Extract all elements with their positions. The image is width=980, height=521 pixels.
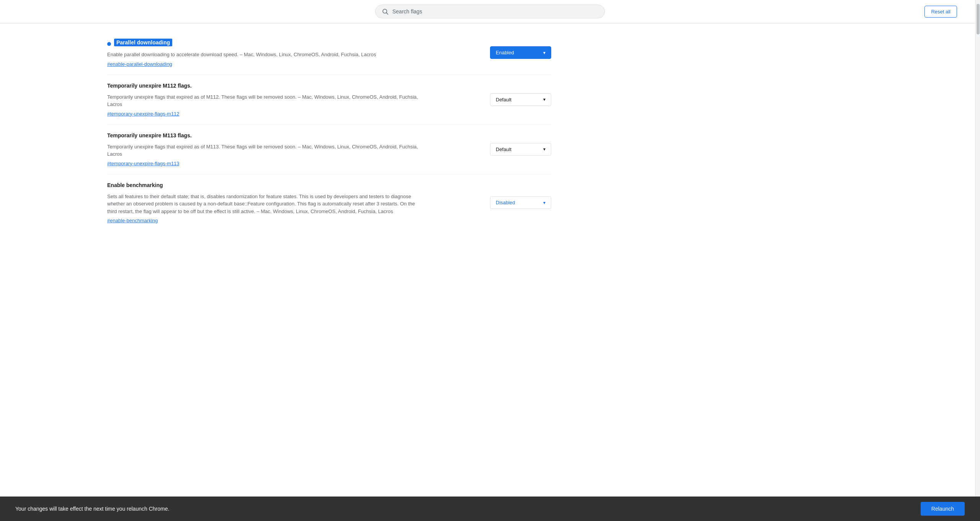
flag-link[interactable]: #temporary-unexpire-flags-m113 <box>107 161 180 166</box>
search-container[interactable] <box>375 5 605 18</box>
bottom-bar-message: Your changes will take effect the next t… <box>15 506 169 512</box>
scrollbar[interactable] <box>975 0 980 521</box>
flag-dropdown[interactable]: Disabled ▾ <box>490 196 551 209</box>
flag-title-row: Parallel downloading <box>107 39 425 49</box>
bottom-bar: Your changes will take effect the next t… <box>0 497 980 521</box>
flag-title-row: Enable benchmarking <box>107 182 425 190</box>
flag-description: Temporarily unexpire flags that expired … <box>107 143 425 158</box>
flag-title: Parallel downloading <box>114 39 172 46</box>
flag-link[interactable]: #enable-parallel-downloading <box>107 61 172 67</box>
flag-active-dot <box>107 42 111 46</box>
flag-title: Temporarily unexpire M112 flags. <box>107 83 192 89</box>
flag-item: Parallel downloading Enable parallel dow… <box>107 31 551 75</box>
header-bar: Reset all <box>0 0 980 23</box>
flag-title-row: Temporarily unexpire M113 flags. <box>107 132 425 141</box>
flag-info: Enable benchmarking Sets all features to… <box>107 182 440 224</box>
flag-link[interactable]: #enable-benchmarking <box>107 218 158 223</box>
search-input[interactable] <box>392 8 598 15</box>
relaunch-button[interactable]: Relaunch <box>921 502 965 516</box>
flag-description: Enable parallel downloading to accelerat… <box>107 51 425 59</box>
chevron-down-icon: ▾ <box>543 200 546 205</box>
search-icon <box>382 8 389 15</box>
flag-item: Temporarily unexpire M112 flags. Tempora… <box>107 75 551 125</box>
dropdown-select[interactable]: Disabled ▾ <box>490 196 551 209</box>
flag-link[interactable]: #temporary-unexpire-flags-m112 <box>107 111 180 117</box>
dropdown-select[interactable]: Default ▾ <box>490 93 551 106</box>
flag-description: Sets all features to their default state… <box>107 193 425 215</box>
chevron-down-icon: ▾ <box>543 50 546 55</box>
dropdown-label: Disabled <box>496 200 515 205</box>
flag-item: Enable benchmarking Sets all features to… <box>107 174 551 231</box>
chevron-down-icon: ▾ <box>543 97 546 102</box>
flag-title-row: Temporarily unexpire M112 flags. <box>107 83 425 91</box>
dropdown-select[interactable]: Enabled ▾ <box>490 46 551 59</box>
flag-info: Parallel downloading Enable parallel dow… <box>107 39 440 67</box>
flag-dropdown[interactable]: Default ▾ <box>490 143 551 156</box>
chevron-down-icon: ▾ <box>543 147 546 152</box>
dropdown-label: Enabled <box>496 50 514 55</box>
svg-line-1 <box>386 13 388 14</box>
reset-all-button[interactable]: Reset all <box>924 6 957 18</box>
flag-title: Enable benchmarking <box>107 182 163 188</box>
flag-dropdown[interactable]: Default ▾ <box>490 93 551 106</box>
dropdown-select[interactable]: Default ▾ <box>490 143 551 156</box>
dropdown-label: Default <box>496 97 511 103</box>
flags-list: Parallel downloading Enable parallel dow… <box>0 23 574 239</box>
scrollbar-thumb[interactable] <box>977 4 980 34</box>
flag-title: Temporarily unexpire M113 flags. <box>107 132 192 138</box>
dropdown-label: Default <box>496 147 511 152</box>
flag-dropdown[interactable]: Enabled ▾ <box>490 46 551 59</box>
flag-info: Temporarily unexpire M113 flags. Tempora… <box>107 132 440 166</box>
flag-info: Temporarily unexpire M112 flags. Tempora… <box>107 83 440 117</box>
flag-item: Temporarily unexpire M113 flags. Tempora… <box>107 125 551 174</box>
flag-description: Temporarily unexpire flags that expired … <box>107 93 425 108</box>
